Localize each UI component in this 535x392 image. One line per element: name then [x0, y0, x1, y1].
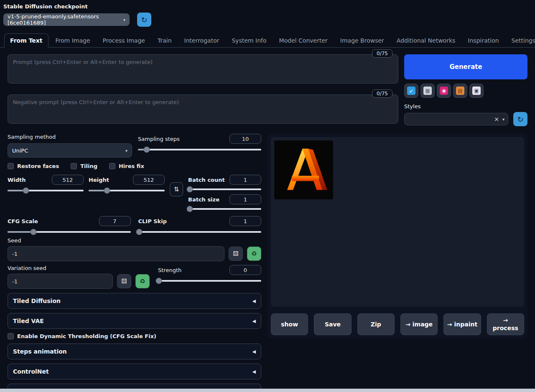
gallery-actions: show Save Zip → image → inpaint → proces…: [271, 313, 524, 335]
width-input[interactable]: [52, 175, 84, 185]
swap-icon: ⇅: [174, 186, 179, 193]
slider-handle[interactable]: [186, 186, 193, 193]
generated-image-thumbnail[interactable]: [274, 140, 333, 199]
slider-handle[interactable]: [156, 278, 162, 284]
refresh-icon: ↻: [141, 15, 147, 24]
width-label: Width: [8, 177, 26, 183]
checkpoint-label: Stable Diffusion checkpoint: [3, 3, 532, 10]
random-variation-seed-button[interactable]: ⚄: [117, 274, 131, 288]
horizontal-scrollbar[interactable]: [0, 389, 535, 392]
clip-skip-slider[interactable]: [138, 231, 262, 233]
dynamic-thresholding-label: Enable Dynamic Thresholding (CFG Scale F…: [17, 333, 156, 339]
recycle-icon: ♻: [251, 250, 257, 257]
accordion-tiled-diffusion[interactable]: Tiled Diffusion ◀: [8, 293, 261, 309]
checkbox-box[interactable]: [71, 163, 77, 169]
tab-process-image[interactable]: Process Image: [97, 34, 150, 47]
paste-generation-params-button[interactable]: ↙: [404, 84, 418, 98]
prompt-input[interactable]: [8, 54, 398, 84]
tab-additional-networks[interactable]: Additional Networks: [391, 34, 461, 47]
zip-button[interactable]: Zip: [357, 313, 395, 335]
accordion-title: Tiled Diffusion: [13, 298, 61, 304]
cfg-scale-slider[interactable]: [8, 231, 131, 233]
tiling-checkbox[interactable]: Tiling: [71, 163, 97, 169]
tab-image-browser[interactable]: Image Browser: [335, 34, 390, 47]
prompt-tools: ↙ ▦ ◉ ▤ ▣: [404, 84, 527, 98]
reuse-seed-button[interactable]: ♻: [247, 247, 261, 261]
apply-styles-button[interactable]: ▤: [453, 84, 467, 98]
tab-system-info[interactable]: System Info: [226, 34, 272, 47]
batch-size-input[interactable]: [229, 194, 261, 204]
send-to-process-button[interactable]: → process: [487, 313, 524, 335]
tab-from-image[interactable]: From Image: [50, 34, 96, 47]
slider-handle[interactable]: [186, 206, 193, 212]
floppy-disk-icon: ▣: [472, 87, 481, 95]
batch-count-slider[interactable]: [188, 188, 261, 190]
clear-styles-icon[interactable]: ×: [494, 116, 499, 122]
styles-dropdown[interactable]: × ▾: [404, 113, 508, 125]
sampling-steps-input[interactable]: [229, 134, 261, 144]
dynamic-thresholding-checkbox[interactable]: Enable Dynamic Thresholding (CFG Scale F…: [8, 333, 261, 339]
tab-from-text[interactable]: From Text: [4, 33, 48, 48]
swap-width-height-button[interactable]: ⇅: [170, 182, 183, 196]
batch-size-slider[interactable]: [188, 208, 261, 210]
restore-faces-label: Restore faces: [17, 163, 59, 169]
output-gallery: show Save Zip → image → inpaint → proces…: [268, 134, 527, 339]
extra-networks-button[interactable]: ◉: [437, 84, 451, 98]
collapse-arrow-icon: ◀: [252, 318, 256, 324]
tab-inspiration[interactable]: Inspiration: [462, 34, 504, 47]
accordion-controlnet[interactable]: ControlNet ◀: [8, 364, 261, 379]
batch-size-label: Batch size: [188, 196, 219, 203]
send-to-image-button[interactable]: → image: [400, 313, 438, 335]
random-seed-button[interactable]: ⚄: [229, 247, 243, 261]
sampling-method-dropdown[interactable]: UniPC ▾: [8, 143, 132, 158]
sampling-steps-slider[interactable]: [138, 149, 261, 150]
width-slider[interactable]: [8, 190, 84, 191]
seed-input[interactable]: [8, 246, 224, 261]
save-button[interactable]: Save: [314, 313, 351, 335]
clip-skip-input[interactable]: [229, 216, 261, 226]
height-input[interactable]: [133, 175, 165, 185]
accordion-steps-animation[interactable]: Steps animation ◀: [8, 344, 261, 359]
sampling-method-label: Sampling method: [8, 134, 132, 140]
refresh-styles-button[interactable]: ↻: [513, 112, 527, 126]
cfg-scale-input[interactable]: [99, 216, 131, 226]
reuse-variation-seed-button[interactable]: ♻: [135, 274, 150, 288]
show-button[interactable]: show: [271, 313, 308, 335]
tab-train[interactable]: Train: [152, 34, 177, 47]
seed-label: Seed: [8, 237, 261, 244]
checkbox-box[interactable]: [8, 333, 14, 339]
generate-button[interactable]: Generate: [404, 54, 527, 79]
height-slider[interactable]: [89, 190, 165, 191]
accordion-tiled-vae[interactable]: Tiled VAE ◀: [8, 313, 261, 329]
slider-handle[interactable]: [143, 147, 150, 153]
dice-icon: ⚄: [121, 277, 127, 285]
send-to-inpaint-button[interactable]: → inpaint: [443, 313, 481, 335]
clear-prompt-button[interactable]: ▦: [420, 84, 435, 98]
slider-handle[interactable]: [30, 229, 36, 235]
negative-prompt-input[interactable]: [8, 94, 398, 124]
hires-fix-checkbox[interactable]: Hires fix: [109, 163, 144, 169]
hires-fix-label: Hires fix: [119, 163, 144, 169]
tab-interrogator[interactable]: Interrogator: [179, 34, 225, 47]
sampling-steps-label: Sampling steps: [138, 136, 180, 142]
refresh-checkpoint-button[interactable]: ↻: [137, 13, 151, 27]
variation-seed-input[interactable]: [8, 274, 113, 289]
tab-settings[interactable]: Settings: [506, 34, 535, 47]
tab-model-converter[interactable]: Model Converter: [274, 34, 333, 47]
variation-strength-input[interactable]: [229, 265, 261, 275]
checkbox-box[interactable]: [109, 163, 115, 169]
sampling-method-value: UniPC: [12, 148, 28, 154]
height-label: Height: [89, 177, 109, 183]
batch-count-label: Batch count: [188, 177, 225, 183]
slider-handle[interactable]: [23, 188, 29, 194]
checkbox-box[interactable]: [8, 163, 14, 169]
collapse-arrow-icon: ◀: [252, 298, 256, 304]
restore-faces-checkbox[interactable]: Restore faces: [8, 163, 59, 169]
checkpoint-dropdown[interactable]: v1-5-pruned-emaonly.safetensors [6ce0161…: [3, 13, 130, 26]
variation-strength-slider[interactable]: [158, 280, 261, 282]
batch-count-input[interactable]: [229, 175, 261, 185]
slider-handle[interactable]: [136, 229, 143, 235]
trash-icon: ▦: [423, 87, 432, 95]
save-style-button[interactable]: ▣: [469, 84, 484, 98]
slider-handle[interactable]: [104, 188, 110, 194]
